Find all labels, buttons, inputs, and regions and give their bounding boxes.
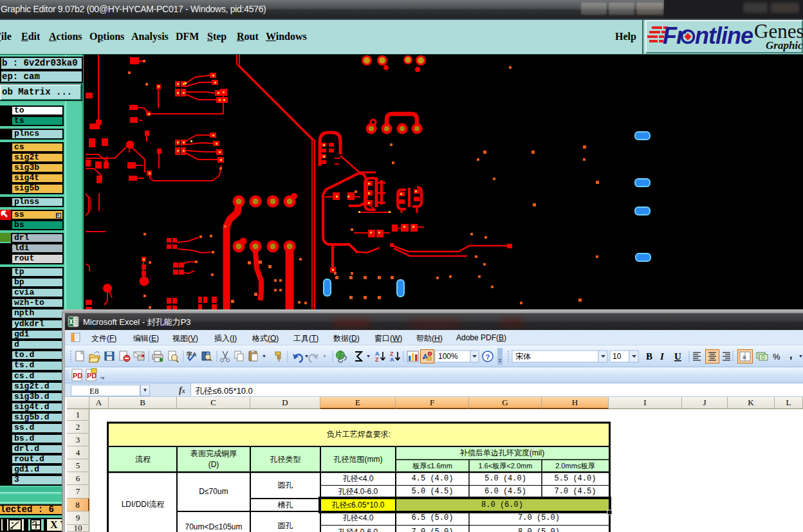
svg-text:%: % (773, 352, 780, 362)
svg-text:,: , (789, 349, 792, 360)
svg-text:100%: 100% (438, 352, 458, 361)
svg-text:I: I (660, 351, 665, 362)
svg-text:Z: Z (375, 356, 379, 363)
svg-text:10: 10 (613, 352, 622, 361)
svg-text:宋体: 宋体 (515, 352, 531, 361)
svg-text:ntline: ntline (695, 23, 753, 49)
svg-text:U: U (674, 351, 681, 362)
svg-text:PD: PD (73, 372, 82, 380)
svg-text:A: A (390, 356, 394, 363)
svg-text:Fr: Fr (663, 23, 687, 49)
svg-text:?: ? (486, 353, 490, 361)
svg-text:a: a (743, 354, 746, 360)
svg-text:B: B (646, 351, 652, 362)
svg-text:字A: 字A (186, 351, 197, 358)
